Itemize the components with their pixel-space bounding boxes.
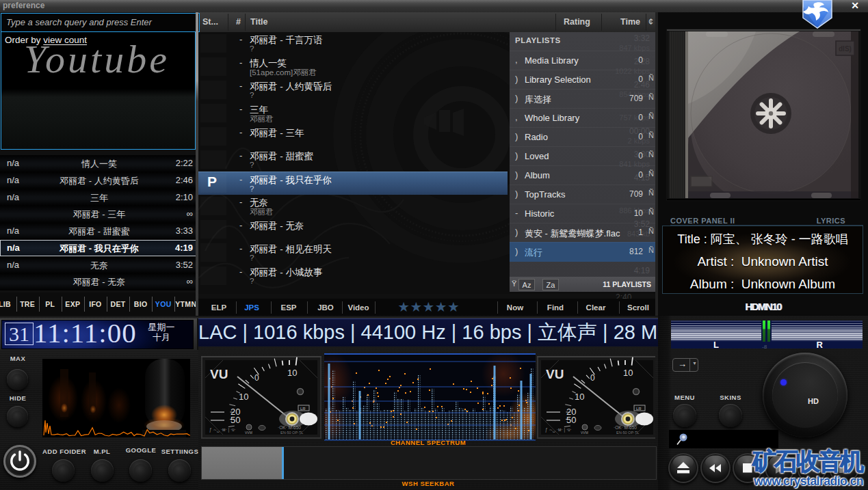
- svg-text:10: 10: [287, 368, 297, 378]
- svg-text:·OK· M-650: ·OK· M-650: [614, 425, 637, 430]
- svg-text:VU: VU: [546, 367, 564, 381]
- svg-text:0: 0: [590, 373, 595, 383]
- svg-text:50: 50: [566, 415, 576, 425]
- svg-text:10: 10: [623, 368, 633, 378]
- svg-text:VVM: VVM: [581, 431, 588, 435]
- svg-text:VVM: VVM: [245, 431, 252, 435]
- svg-text:LR: LR: [636, 407, 642, 411]
- svg-text:ƒ ∼␣ ·м· | ·ᴜ·: ƒ ∼␣ ·м· | ·ᴜ·: [545, 427, 572, 433]
- svg-text:50: 50: [231, 415, 240, 425]
- svg-text:dIS): dIS): [839, 45, 852, 53]
- svg-text:EN-50 OP-TL: EN-50 OP-TL: [280, 431, 303, 435]
- svg-text:10: 10: [575, 392, 584, 402]
- svg-text:ƒ ∼␣ ·м· | ·ᴜ·: ƒ ∼␣ ·м· | ·ᴜ·: [209, 427, 236, 433]
- svg-text:10: 10: [239, 392, 248, 402]
- svg-text:VU: VU: [210, 367, 228, 381]
- svg-text:·OK· M-650: ·OK· M-650: [278, 425, 301, 430]
- svg-text:0: 0: [254, 373, 259, 383]
- svg-text:LR: LR: [300, 407, 306, 411]
- svg-text:EN-50 OP-TL: EN-50 OP-TL: [616, 431, 639, 435]
